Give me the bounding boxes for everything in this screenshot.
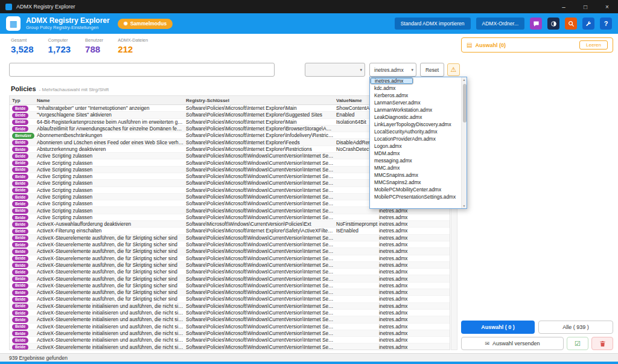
type-cell: Beide [10, 200, 37, 207]
dropdown-item[interactable]: MobilePCPresentationSettings.admx [370, 193, 461, 200]
type-badge: Beide [12, 310, 28, 316]
feedback-chat-button[interactable] [530, 18, 542, 30]
help-button[interactable]: ? [600, 18, 612, 30]
policy-name: Abonnieren und Löschen eines Feed oder e… [37, 139, 186, 145]
column-header-typ[interactable]: Typ [10, 98, 37, 103]
table-row[interactable]: BeideActiveX-Steuerelemente initialisier… [10, 324, 450, 330]
table-row[interactable]: BeideActiveX-Steuerelemente ausführen, d… [10, 275, 450, 282]
admx-folder-button[interactable]: ADMX-Ordner... [476, 18, 524, 30]
dropdown-item[interactable]: MMC.admx [370, 164, 461, 171]
type-cell: Beide [10, 146, 37, 153]
type-badge: Beide [12, 229, 28, 234]
policy-name: ActiveX-Steuerelemente ausführen, die fü… [37, 269, 186, 275]
trash-icon [599, 340, 606, 347]
selection-tab-button[interactable]: Auswahl ( 0 ) [461, 321, 535, 334]
table-row[interactable]: BeideActiveX-Steuerelemente ausführen, d… [10, 283, 450, 289]
dropdown-item[interactable]: Logon.admx [370, 142, 461, 150]
type-badge: Beide [12, 181, 28, 187]
collect-mode-toggle[interactable]: ◉ Sammelmodus [118, 19, 173, 29]
policy-name: ActiveX-Steuerelemente initialisieren un… [37, 330, 186, 336]
type-badge: Beide [12, 276, 28, 282]
wrench-icon [585, 21, 592, 27]
policy-name: Active Scripting zulassen [37, 208, 186, 214]
policy-name: ActiveX-Steuerelemente initialisieren un… [37, 344, 186, 350]
dropdown-item[interactable]: MMCSnapIns2.admx [370, 179, 461, 186]
table-row[interactable]: BeideActiveX-Steuerelemente initialisier… [10, 316, 450, 323]
policy-name: Active Scripting zulassen [37, 200, 186, 206]
scroll-up-icon[interactable]: ▲ [462, 78, 467, 81]
column-header-registry-key[interactable]: Registry-Schlüssel [186, 98, 336, 103]
type-badge: Beide [12, 324, 28, 330]
dropdown-item[interactable]: MDM.admx [370, 150, 461, 157]
dropdown-item[interactable]: MobilePCMobilityCenter.admx [370, 186, 461, 193]
table-row[interactable]: BeideActiveX-Auswahlaufforderung deaktiv… [10, 221, 450, 228]
delete-button[interactable] [591, 337, 613, 350]
table-row[interactable]: BeideActiveX-Steuerelemente ausführen, d… [10, 241, 450, 248]
dropdown-item[interactable]: LanmanWorkstation.admx [370, 106, 461, 113]
dropdown-scrollbar-thumb[interactable] [463, 84, 467, 123]
titlebar: ADMX Registry Explorer – □ × [0, 0, 618, 13]
dropdown-item[interactable]: LeakDiagnostic.admx [370, 113, 461, 121]
search-input[interactable] [9, 63, 275, 77]
registry-key: Software\Policies\Microsoft\Windows\Curr… [186, 208, 336, 214]
theme-toggle-button[interactable] [547, 18, 559, 30]
minimize-button[interactable]: – [553, 0, 575, 13]
type-cell: Benutzer [10, 132, 37, 139]
maximize-button[interactable]: □ [575, 0, 596, 13]
table-row[interactable]: BeideActive Scripting zulassenSoftware\P… [10, 214, 450, 221]
type-badge: Beide [12, 140, 28, 145]
dropdown-item[interactable]: kdc.admx [370, 85, 461, 92]
dropdown-item[interactable]: inetres.admx [370, 77, 413, 85]
stats-row: Gesamt 3,528 Computer 1,723 Benutzer 788… [11, 37, 148, 54]
table-row[interactable]: BeideActiveX-Steuerelemente ausführen, d… [10, 235, 450, 241]
dropdown-item[interactable]: LanmanServer.admx [370, 99, 461, 106]
dropdown-item[interactable]: LocationProviderAdm.admx [370, 135, 461, 142]
search-tool-button[interactable] [565, 18, 577, 30]
admx-file: inetres.admx [379, 324, 450, 330]
table-row[interactable]: BeideActiveX-Steuerelemente initialisier… [10, 330, 450, 337]
type-cell: Beide [10, 241, 37, 248]
search-icon [568, 21, 575, 27]
reset-button[interactable]: Reset [420, 63, 444, 77]
policy-name: ActiveX-Steuerelemente initialisieren un… [37, 324, 186, 330]
table-row[interactable]: BeideActiveX-Steuerelemente initialisier… [10, 337, 450, 343]
dropdown-scrollbar[interactable]: ▲ ▼ [461, 77, 467, 208]
all-tab-button[interactable]: Alle ( 939 ) [538, 321, 613, 334]
table-row[interactable]: BeideActiveX-Steuerelemente ausführen, d… [10, 269, 450, 275]
category-select[interactable]: ▾ [305, 63, 365, 77]
clear-selection-button[interactable]: Leeren [579, 40, 608, 49]
stat-label: Computer [48, 37, 71, 43]
table-row[interactable]: BeideActiveX-Steuerelemente initialisier… [10, 303, 450, 310]
app-icon [5, 4, 12, 10]
table-row[interactable]: BeideActiveX-Filterung einschaltenSoftwa… [10, 228, 450, 234]
policy-name: Active Scripting zulassen [37, 167, 186, 173]
dropdown-item[interactable]: LocalSecurityAuthority.admx [370, 128, 461, 135]
dropdown-list: inetres.admxiSCSI.admxkdc.admxKerberos.a… [370, 77, 461, 208]
table-row[interactable]: BeideActiveX-Steuerelemente ausführen, d… [10, 289, 450, 296]
admx-file-dropdown: inetres.admxiSCSI.admxkdc.admxKerberos.a… [369, 77, 467, 209]
dropdown-item[interactable]: Kerberos.admx [370, 92, 461, 99]
dropdown-item[interactable]: LinkLayerTopologyDiscovery.admx [370, 121, 461, 128]
close-button[interactable]: × [596, 0, 618, 13]
stat-value: 212 [118, 44, 148, 54]
import-standard-admx-button[interactable]: Standard ADMX importieren [395, 18, 471, 30]
table-row[interactable]: BeideActiveX-Steuerelemente initialisier… [10, 343, 450, 350]
table-row[interactable]: BeideActiveX-Steuerelemente ausführen, d… [10, 262, 450, 269]
column-header-name[interactable]: Name [37, 98, 186, 103]
dropdown-item[interactable]: MMCSnapIns.admx [370, 171, 461, 179]
table-row[interactable]: BeideActiveX-Steuerelemente initialisier… [10, 310, 450, 316]
table-row[interactable]: BeideActiveX-Steuerelemente ausführen, d… [10, 248, 450, 255]
warning-icon[interactable]: ⚠ [447, 63, 460, 76]
table-row[interactable]: BeideActiveX-Steuerelemente ausführen, d… [10, 255, 450, 262]
registry-key: Software\Policies\Microsoft\Windows\Curr… [186, 180, 336, 186]
policy-name: ActiveX-Steuerelemente ausführen, die fü… [37, 283, 186, 289]
send-selection-label: Auswahl versenden [492, 340, 540, 346]
type-badge: Beide [12, 242, 28, 247]
select-all-check-button[interactable]: ☑ [567, 337, 588, 350]
admx-file-select[interactable]: inetres.admx ▾ [369, 63, 416, 77]
scroll-down-icon[interactable]: ▼ [462, 204, 467, 208]
tools-button[interactable] [582, 18, 594, 30]
table-row[interactable]: BeideActiveX-Steuerelemente ausführen, d… [10, 296, 450, 302]
send-selection-button[interactable]: ✉ Auswahl versenden [461, 337, 564, 350]
dropdown-item[interactable]: messaging.admx [370, 157, 461, 164]
